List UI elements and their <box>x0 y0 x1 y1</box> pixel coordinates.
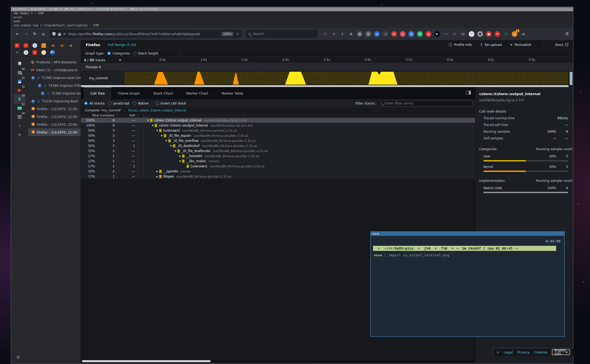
google-favicon-2[interactable]: G <box>24 50 28 55</box>
expand-arrow-icon[interactable]: ▶ <box>178 155 182 157</box>
call-tree-row[interactable]: 50% 3 — ▼ _IO_file_overflow /usr/lib/x86… <box>81 138 475 143</box>
expand-arrow-icon[interactable]: ▼ <box>155 129 159 132</box>
stack-filter-radio[interactable]: JavaScript <box>108 102 129 105</box>
sidebar-tab-products[interactable]: Products – APS Networks <box>28 58 81 66</box>
expand-arrow-icon[interactable]: ▼ <box>146 119 150 122</box>
audio-favicon-2[interactable]: ◄) <box>59 43 64 48</box>
column-self[interactable]: Self <box>117 113 138 118</box>
call-tree-row[interactable]: 100% 6 — ▼ cstore::Cstore::voutput_inter… <box>81 123 475 128</box>
bookmark-page-icon[interactable]: ☆ <box>236 32 239 36</box>
process-row[interactable]: Process 0 <box>81 63 573 71</box>
wm-titlebar[interactable]: VyOS <box>11 20 573 23</box>
notes-group-icon[interactable]: 21 <box>16 79 24 84</box>
red-ext-icon[interactable]: g <box>426 31 431 37</box>
terminal-titlebar[interactable]: bash <box>371 232 564 236</box>
code-icon[interactable]: </> <box>443 31 449 37</box>
reupload-button[interactable]: ↥Re-upload <box>480 43 502 47</box>
new-tab-icon[interactable]: + <box>16 132 24 137</box>
reload-icon[interactable]: ↻ <box>31 30 38 38</box>
zoom-level-badge[interactable]: 120% <box>221 32 233 36</box>
translate-icon[interactable]: A <box>408 31 414 37</box>
wm-titlebar[interactable]: urxvt <box>11 16 573 19</box>
sidebar-tab-firefox-4-active[interactable]: Firefox – 1/1/1970, 12:00: <box>28 128 81 136</box>
call-tree-row[interactable]: 100% 6 — ▼ cstore::Cstore::output_intern… <box>81 118 475 123</box>
back-icon[interactable]: ← <box>14 30 21 38</box>
rgb-bars-icon[interactable]: ||| <box>503 31 509 37</box>
search-input[interactable]: Search <box>246 30 318 38</box>
pocket-icon[interactable]: ∨ <box>331 31 337 37</box>
bookmark-group-icon[interactable] <box>16 61 24 66</box>
timeline-horizontal-scrollbar[interactable] <box>81 85 568 87</box>
refresh-favicon[interactable]: ↻ <box>15 50 19 55</box>
expand-chevron-icon[interactable]: › <box>16 123 24 128</box>
expand-arrow-icon[interactable]: ▼ <box>160 134 164 137</box>
stack-filter-radio[interactable]: Native <box>133 102 148 105</box>
terminal-window[interactable]: bash 8:44:09 • ~/rr/VyOS/pics • j%0 • ?%… <box>370 231 565 337</box>
tracks-dropdown[interactable]: 2 / 35tracks▼ <box>81 57 124 63</box>
sidebar-tab-inbox[interactable]: MInbox (1) - v.huti@vyos.io <box>28 66 81 74</box>
trash-ext-icon[interactable]: ▯1 <box>512 31 517 37</box>
call-tree-row[interactable]: 17% 1 1 [unknown] /usr/lib/x86_64-linux-… <box>81 164 475 169</box>
call-tree-row[interactable]: 50% 3 1 ▼ _IO_doallocbuf /usr/lib/x86_64… <box>81 143 475 149</box>
permissions-icon[interactable]: ⇄ <box>63 32 66 36</box>
url-bar[interactable]: ⇄ https://profiler.firefox.com/public/cp… <box>50 30 242 38</box>
call-tree-row[interactable]: 17% 1 — ▼ __libc_malloc inlined <box>81 159 475 164</box>
lines-ext-icon[interactable]: ≡/ <box>452 31 457 37</box>
forward-icon[interactable]: → <box>22 30 30 38</box>
sidebar-tab-firefox-1[interactable]: Firefox – 1/1/1970, 12:00: <box>28 105 81 113</box>
expand-arrow-icon[interactable]: ▼ <box>178 160 182 163</box>
youtube-clip-favicon[interactable]: ▶ <box>24 43 28 48</box>
tracking-shield-icon[interactable] <box>52 32 56 36</box>
call-tree-row[interactable]: 17% 1 — ▶ fdopen /usr/lib/x86_64-linux-g… <box>81 174 475 179</box>
panel-tab[interactable]: Marker Table <box>215 87 250 99</box>
expand-arrow-icon[interactable]: ▼ <box>164 139 168 142</box>
screenshot-icon[interactable]: ▣ <box>486 31 492 37</box>
expand-arrow-icon[interactable]: ▼ <box>169 145 173 147</box>
blue-ext-icon[interactable]: ◑ <box>374 31 380 37</box>
youtube-favicon[interactable]: ▶ <box>15 43 19 48</box>
invert-call-stack-checkbox[interactable]: Invert call stack <box>156 102 186 105</box>
expand-arrow-icon[interactable]: ▶ <box>155 175 159 178</box>
sidebar-collapse-icon[interactable] <box>466 91 471 95</box>
docs-button[interactable]: Docs↗ <box>555 43 568 47</box>
download-icon[interactable]: ↓ <box>340 31 345 37</box>
cube-favicon[interactable] <box>41 43 46 48</box>
sidebar-tab-firefox-2[interactable]: Firefox – 1/1/1970, 12:00: <box>28 113 81 121</box>
privacy-link[interactable]: Privacy <box>517 350 529 354</box>
volume-icon[interactable]: ◄) <box>520 31 526 37</box>
language-select[interactable]: English (US)▾ <box>552 349 570 355</box>
owl-icon[interactable]: oo <box>460 31 466 37</box>
cookies-link[interactable]: Cookies <box>534 350 547 354</box>
sidebar-tab-t1395-2[interactable]: · ·⚙⚓T1395 Improve boot <box>28 89 81 97</box>
track-label[interactable]: my_commit <box>81 71 124 85</box>
expand-arrow-icon[interactable]: ▼ <box>173 150 177 152</box>
wm-titlebar[interactable]: [No Name] = - VIM <box>11 12 573 15</box>
lock-icon[interactable] <box>58 34 61 36</box>
call-tree-row[interactable]: 33% 2 — ▼ _IO_file_doallocate /usr/lib/x… <box>81 149 475 154</box>
sidebar-tab-t4394[interactable]: ·⚙⚓T4394 Improve VYOS_ <box>28 82 81 89</box>
list-group-icon[interactable]: 36 <box>16 70 24 75</box>
panel-tab[interactable]: Call Tree <box>84 87 111 99</box>
ring-icon[interactable]: ● <box>477 31 483 37</box>
s3-icon[interactable]: S3 <box>469 31 474 37</box>
scrollbar-thumb[interactable] <box>82 360 211 362</box>
play-group-icon[interactable]: 32 <box>16 88 24 93</box>
wm-titlebar[interactable]: cfg-stdout.log (~/log/default_conf/vyatt… <box>11 24 573 27</box>
audio-favicon-1[interactable]: ◄) <box>50 43 55 48</box>
bookmark-star-icon[interactable]: ☆ <box>322 31 328 37</box>
sidebar-tab-t1395[interactable]: ⚙⚓T1395 Improve boot time <box>28 74 81 82</box>
sidebar-tab-t1230[interactable]: ⚙⚓T1230 Improving Boot <box>28 97 81 105</box>
play-circle-icon[interactable]: ▶ <box>434 31 440 37</box>
filter-stacks-input[interactable]: Enter filter terms <box>378 100 472 106</box>
list2-group-icon[interactable]: 30 <box>16 114 24 120</box>
terminal-command-line[interactable]: vova | import vy_output_internal.png <box>373 253 556 257</box>
youtube-favicon-2[interactable]: ▶ <box>33 50 37 55</box>
money-group-icon[interactable]: $10 <box>16 96 24 102</box>
pin-icon[interactable]: ▼ <box>495 31 500 37</box>
audio-favicon-3[interactable]: ◄) <box>68 43 73 48</box>
call-tree-row[interactable]: 17% 1 — ▶ __fxstat64 /usr/lib/x86_64-lin… <box>81 154 475 159</box>
graph-type-option[interactable]: Categories <box>107 52 130 55</box>
column-total[interactable]: Total (samples) <box>81 113 117 118</box>
breadcrumb-focus[interactable]: Focus: cstore::Cstore::output_internal <box>128 109 186 112</box>
wm-titlebar[interactable]: Firefox — 1/1/1970, 12:00:27 AM UTC (pub… <box>11 7 573 11</box>
